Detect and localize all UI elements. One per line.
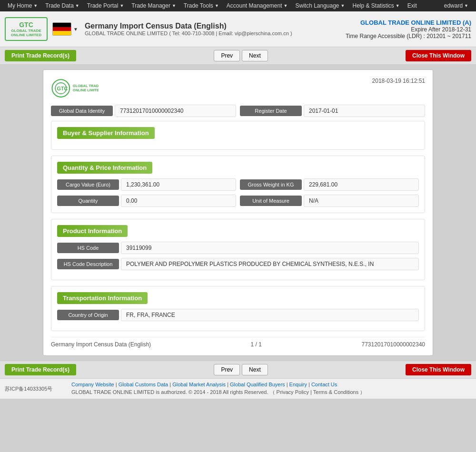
product-info-header: Product Information — [57, 225, 128, 237]
nav-account-management[interactable]: Account Management ▼ — [223, 0, 292, 11]
site-footer: 苏ICP备14033305号 Company Website | Global … — [0, 378, 476, 399]
enquiry-link[interactable]: Enquiry — [289, 382, 307, 387]
bottom-navigation-buttons: Prev Next — [76, 364, 406, 375]
header-bar: GTC GLOBAL TRADE ONLINE LIMITED ▼ German… — [0, 11, 476, 47]
hs-desc-label: HS Code Description — [57, 259, 119, 269]
page-title: Germany Import Census Data (English) — [85, 22, 346, 30]
logo-area: GTC GLOBAL TRADE ONLINE LIMITED — [5, 17, 48, 41]
hs-desc-row: HS Code Description POLYMER AND PREPOLYM… — [57, 258, 419, 270]
chevron-down-icon: ▼ — [464, 3, 468, 8]
prev-button[interactable]: Prev — [214, 50, 240, 61]
footer-title: Germany Import Census Data (English) — [51, 341, 151, 348]
record-footer: Germany Import Census Data (English) 1 /… — [51, 337, 425, 348]
transport-header: Transportation Information — [57, 292, 148, 304]
flag-area[interactable]: ▼ — [52, 22, 78, 36]
print-button-bottom[interactable]: Print Trade Record(s) — [5, 364, 76, 375]
identity-row: Global Data Identity 7731201701000000234… — [51, 105, 425, 117]
footer-left-col: 苏ICP备14033305号 — [5, 382, 71, 396]
chevron-down-icon: ▼ — [396, 3, 400, 8]
global-customs-data-link[interactable]: Global Customs Data — [119, 382, 169, 387]
buyer-supplier-header: Buyer & Supplier Information — [57, 127, 155, 139]
country-origin-value: FR, FRA, FRANCE — [121, 309, 419, 321]
company-website-link[interactable]: Company Website — [71, 382, 114, 387]
timestamp: 2018-03-19 16:12:51 — [372, 78, 425, 84]
footer-row: 苏ICP备14033305号 Company Website | Global … — [5, 382, 471, 396]
unit-of-measure-value: N/A — [304, 195, 419, 207]
chevron-down-icon: ▼ — [119, 3, 124, 8]
quantity-value: 0.00 — [121, 195, 236, 207]
qty-price-row1: Cargo Value (Euro) 1,230,361.00 Gross We… — [57, 178, 419, 191]
svg-text:GLOBAL TRADE: GLOBAL TRADE — [73, 84, 99, 88]
navigation-buttons: Prev Next — [76, 50, 406, 61]
footer-links: Company Website | Global Customs Data | … — [71, 382, 365, 387]
global-data-identity-label: Global Data Identity — [51, 106, 113, 116]
hs-desc-value: POLYMER AND PREPOLYMER PLASTICS PRODUCED… — [121, 258, 419, 270]
country-origin-row: Country of Origin FR, FRA, FRANCE — [57, 309, 419, 321]
nav-trade-manager[interactable]: Trade Manager ▼ — [128, 0, 180, 11]
close-window-button-bottom[interactable]: Close This Window — [406, 364, 471, 375]
title-area: Germany Import Census Data (English) GLO… — [85, 22, 346, 36]
copyright-text: GLOBAL TRADE ONLINE LIMITED is authorize… — [71, 389, 365, 396]
footer-page: 1 / 1 — [251, 341, 262, 348]
nav-trade-portal[interactable]: Trade Portal ▼ — [83, 0, 128, 11]
gross-weight: 229,681.00 — [304, 178, 419, 191]
footer-right: Company Website | Global Customs Data | … — [71, 382, 365, 396]
card-header: GTC GLOBAL TRADE ONLINE LIMITED 2018-03-… — [51, 78, 425, 99]
nav-user: edward ▼ — [440, 0, 472, 11]
buyer-supplier-section: Buyer & Supplier Information — [51, 121, 425, 150]
contact-us-link[interactable]: Contact Us — [311, 382, 337, 387]
header-right: GLOBAL TRADE ONLINE LIMITED (A) Expire A… — [346, 19, 471, 39]
gross-weight-group: Gross Weight in KG 229,681.00 — [240, 178, 419, 191]
hs-code-row: HS Code 39119099 — [57, 242, 419, 254]
svg-text:ONLINE LIMITED: ONLINE LIMITED — [73, 88, 99, 92]
global-qualified-buyers-link[interactable]: Global Qualified Buyers — [230, 382, 285, 387]
global-market-analysis-link[interactable]: Global Market Analysis — [172, 382, 226, 387]
nav-my-home[interactable]: My Home ▼ — [4, 0, 41, 11]
main-content: GTC GLOBAL TRADE ONLINE LIMITED 2018-03-… — [0, 65, 476, 361]
bottom-action-bar: Print Trade Record(s) Prev Next Close Th… — [0, 361, 476, 378]
icp-number: 苏ICP备14033305号 — [5, 385, 52, 393]
chevron-down-icon: ▼ — [75, 3, 79, 8]
svg-text:GTC: GTC — [57, 86, 68, 91]
nav-trade-tools[interactable]: Trade Tools ▼ — [180, 0, 223, 11]
footer-id: 77312017010000002340 — [362, 341, 425, 348]
nav-help-statistics[interactable]: Help & Statistics ▼ — [348, 0, 403, 11]
product-info-section: Product Information HS Code 39119099 HS … — [51, 219, 425, 280]
gross-weight-label: Gross Weight in KG — [240, 179, 302, 190]
record-card: GTC GLOBAL TRADE ONLINE LIMITED 2018-03-… — [43, 69, 433, 356]
top-navigation: My Home ▼ Trade Data ▼ Trade Portal ▼ Tr… — [0, 0, 476, 11]
qty-price-row2: Quantity 0.00 Unit of Measure N/A — [57, 195, 419, 207]
prev-button-bottom[interactable]: Prev — [214, 364, 240, 375]
cargo-value: 1,230,361.00 — [121, 178, 236, 191]
qty-price-header: Quantity & Price Information — [57, 162, 152, 174]
register-date-label: Register Date — [240, 106, 302, 116]
next-button-bottom[interactable]: Next — [242, 364, 268, 375]
hs-code-value: 39119099 — [121, 242, 419, 254]
chevron-down-icon: ▼ — [284, 3, 288, 8]
close-window-button[interactable]: Close This Window — [406, 50, 471, 61]
germany-flag — [52, 22, 71, 36]
qty-price-section: Quantity & Price Information Cargo Value… — [51, 156, 425, 213]
hs-code-label: HS Code — [57, 243, 119, 253]
print-button[interactable]: Print Trade Record(s) — [5, 50, 76, 61]
top-action-bar: Print Trade Record(s) Prev Next Close Th… — [0, 47, 476, 65]
register-date-value: 2017-01-01 — [304, 105, 425, 117]
nav-trade-data[interactable]: Trade Data ▼ — [41, 0, 83, 11]
gto-logo: GTC GLOBAL TRADE ONLINE LIMITED — [51, 78, 99, 99]
cargo-value-label: Cargo Value (Euro) — [57, 179, 119, 190]
next-button[interactable]: Next — [242, 50, 268, 61]
quantity-group: Quantity 0.00 — [57, 195, 236, 207]
unit-measure-group: Unit of Measure N/A — [240, 195, 419, 207]
flag-dropdown[interactable]: ▼ — [73, 27, 78, 32]
country-origin-label: Country of Origin — [57, 310, 119, 320]
nav-exit[interactable]: Exit — [404, 0, 421, 11]
page-subtitle: GLOBAL TRADE ONLINE LIMITED ( Tel: 400-7… — [85, 30, 346, 36]
chevron-down-icon: ▼ — [33, 3, 38, 8]
global-data-identity-value: 77312017010000002340 — [115, 105, 236, 117]
unit-of-measure-label: Unit of Measure — [240, 196, 302, 206]
company-name: GLOBAL TRADE ONLINE LIMITED (A) — [346, 19, 471, 26]
expire-date: Expire After 2018-12-31 — [346, 26, 471, 33]
nav-switch-language[interactable]: Switch Language ▼ — [291, 0, 348, 11]
transport-section: Transportation Information Country of Or… — [51, 286, 425, 331]
quantity-label: Quantity — [57, 196, 119, 206]
